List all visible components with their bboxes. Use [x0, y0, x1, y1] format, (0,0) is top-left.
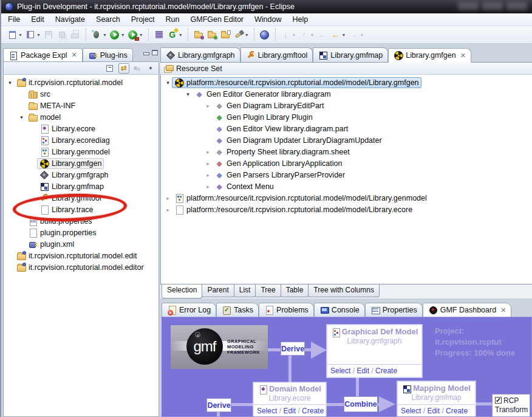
- tree-row[interactable]: it.rcpvision.rcptutorial.model.editor: [4, 261, 159, 273]
- tree-row[interactable]: Library.ecorediag: [4, 134, 159, 146]
- tree-item[interactable]: platform:/resource/it.rcpvision.rcptutor…: [172, 77, 421, 88]
- select-link[interactable]: Select: [330, 367, 350, 375]
- bottom-tab-problems[interactable]: Problems: [259, 303, 314, 317]
- tree-expander-icon[interactable]: ▾: [18, 114, 26, 120]
- back-button[interactable]: ←▼: [329, 28, 347, 41]
- tree-item[interactable]: src: [26, 89, 53, 100]
- edit-link[interactable]: Edit: [283, 407, 296, 415]
- dropdown-arrow-icon[interactable]: ▼: [360, 33, 364, 37]
- derive-top-button[interactable]: Derive: [281, 342, 305, 356]
- editor-tab-library-gmfgen[interactable]: Library.gmfgen✕: [388, 48, 471, 63]
- view-menu-icon[interactable]: ▼: [145, 63, 156, 74]
- tree-item[interactable]: ◆Gen Diagram Updater LibraryDiagramUpdat…: [212, 135, 384, 146]
- tree-row[interactable]: Library.gmfgen: [4, 157, 159, 169]
- page-tab-tree[interactable]: Tree: [255, 284, 281, 297]
- menu-help[interactable]: Help: [287, 14, 314, 25]
- tree-row[interactable]: ◆Gen Plugin Library Plugin: [161, 111, 532, 123]
- edit-link[interactable]: Edit: [427, 407, 440, 415]
- tree-item[interactable]: ◆Gen Plugin Library Plugin: [212, 112, 315, 123]
- tree-row[interactable]: ▸◆Gen Diagram LibraryEditPart: [161, 100, 532, 111]
- view-tab-plug-ins[interactable]: Plug-ins: [83, 48, 133, 61]
- tree-row[interactable]: Library.ecore: [4, 123, 159, 134]
- dropdown-arrow-icon[interactable]: ▼: [121, 33, 125, 37]
- tree-item[interactable]: Library.ecore: [37, 123, 98, 134]
- tree-row[interactable]: META-INF: [4, 100, 159, 111]
- page-tab-tree-with-columns[interactable]: Tree with Columns: [308, 284, 380, 297]
- new-menu-button[interactable]: ▼: [24, 28, 42, 41]
- create-link[interactable]: Create: [446, 407, 468, 415]
- tree-expander-icon[interactable]: ▸: [204, 149, 212, 155]
- tree-item[interactable]: ◆Context Menu: [212, 181, 276, 192]
- tree-row[interactable]: ◆Gen Diagram Updater LibraryDiagramUpdat…: [161, 134, 532, 146]
- menu-gmfgen-editor[interactable]: GMFGen Editor: [185, 14, 250, 25]
- new-plugin-project-button[interactable]: [152, 28, 166, 41]
- tree-item[interactable]: Library.gmfmap: [37, 181, 106, 192]
- close-tab-icon[interactable]: ✕: [500, 306, 506, 314]
- tree-item[interactable]: META-INF: [26, 100, 78, 111]
- window-controls[interactable]: [458, 2, 527, 10]
- tree-expander-icon[interactable]: ▸: [204, 172, 212, 178]
- tree-expander-icon[interactable]: ▾: [6, 80, 14, 86]
- tree-row[interactable]: build.properties: [4, 215, 159, 227]
- combine-button[interactable]: Combine: [344, 396, 378, 412]
- page-tab-selection[interactable]: Selection: [162, 284, 202, 298]
- tree-item[interactable]: Library.gmfgen: [37, 158, 104, 169]
- tree-row[interactable]: ▸platform:/resource/it.rcpvision.rcptuto…: [161, 192, 532, 204]
- dropdown-arrow-icon[interactable]: ▼: [292, 33, 296, 37]
- bottom-tab-tasks[interactable]: Tasks: [216, 303, 259, 317]
- bottom-tab-error-log[interactable]: Error Log: [162, 303, 216, 317]
- maximize-view-icon[interactable]: [152, 50, 158, 55]
- editor-tab-library-gmftool[interactable]: Library.gmftool: [240, 47, 313, 62]
- dropdown-arrow-icon[interactable]: ▼: [245, 33, 249, 37]
- menu-search[interactable]: Search: [90, 14, 126, 25]
- create-link[interactable]: Create: [302, 407, 324, 415]
- filters-icon[interactable]: [132, 63, 143, 74]
- tree-item[interactable]: platform:/resource/it.rcpvision.rcptutor…: [172, 193, 429, 204]
- rcp-transform-checkbox[interactable]: [495, 397, 502, 404]
- bottom-tab-properties[interactable]: Properties: [365, 303, 423, 317]
- tree-item[interactable]: plugin.properties: [26, 227, 98, 238]
- derive-left-button[interactable]: Derive: [206, 398, 231, 412]
- tree-item[interactable]: Library.trace: [37, 204, 96, 215]
- menu-file[interactable]: File: [2, 14, 26, 25]
- tree-item[interactable]: ◆Gen Editor Generator library.diagram: [192, 89, 333, 100]
- tree-item[interactable]: Library.gmfgraph: [37, 170, 111, 181]
- dropdown-arrow-icon[interactable]: ▼: [36, 33, 41, 37]
- bottom-tab-gmf-dashboard[interactable]: GMF Dashboard✕: [423, 303, 512, 317]
- collapse-all-icon[interactable]: [105, 63, 116, 74]
- dropdown-arrow-icon[interactable]: ▼: [341, 33, 346, 37]
- tree-item[interactable]: platform:/resource/it.rcpvision.rcptutor…: [172, 204, 415, 215]
- select-link[interactable]: Select: [401, 407, 421, 415]
- bottom-tab-console[interactable]: Console: [314, 303, 365, 317]
- menu-navigate[interactable]: Navigate: [50, 14, 90, 25]
- search-button[interactable]: ▼: [232, 28, 250, 41]
- tree-item[interactable]: ◆Gen Application LibraryApplication: [212, 158, 344, 169]
- rcp-transform-box[interactable]: RCP Transform: [492, 394, 530, 417]
- tree-row[interactable]: ▸◆Context Menu: [161, 181, 532, 192]
- page-tab-parent[interactable]: Parent: [202, 284, 234, 297]
- tree-expander-icon[interactable]: ▾: [184, 91, 192, 97]
- menu-window[interactable]: Window: [249, 14, 287, 25]
- open-type-button[interactable]: [205, 28, 219, 41]
- tree-expander-icon[interactable]: ▸: [164, 195, 172, 201]
- tree-row[interactable]: ▸◆Property Sheet library.diagram.sheet: [161, 146, 532, 157]
- tree-item[interactable]: plugin.xml: [26, 239, 77, 250]
- tree-item[interactable]: ◆Gen Parsers LibraryParserProvider: [212, 170, 347, 181]
- create-link[interactable]: Create: [375, 367, 397, 375]
- close-tab-icon[interactable]: ✕: [71, 51, 77, 59]
- dropdown-arrow-icon[interactable]: ▼: [179, 33, 183, 37]
- tree-row[interactable]: ◆Gen Editor View library.diagram.part: [161, 123, 532, 134]
- tree-row[interactable]: ▸◆Gen Application LibraryApplication: [161, 157, 532, 169]
- tree-item[interactable]: Library.ecorediag: [37, 135, 112, 146]
- close-tab-icon[interactable]: ✕: [460, 52, 466, 60]
- tree-item[interactable]: build.properties: [26, 216, 94, 227]
- tree-expander-icon[interactable]: ▾: [164, 80, 172, 86]
- dropdown-arrow-icon[interactable]: ▼: [310, 33, 315, 37]
- tree-row[interactable]: Library.gmfgraph: [4, 169, 159, 181]
- new-wizard-button[interactable]: ▼: [5, 28, 24, 41]
- tree-item[interactable]: it.rcpvision.rcptutorial.model: [14, 77, 125, 88]
- title-bar[interactable]: Plug-in Development - it.rcpvision.rcptu…: [1, 0, 532, 13]
- tree-item[interactable]: Library.genmodel: [37, 146, 112, 157]
- tree-item[interactable]: ◆Gen Editor View library.diagram.part: [212, 123, 350, 134]
- link-with-editor-icon[interactable]: ⇄: [118, 63, 129, 74]
